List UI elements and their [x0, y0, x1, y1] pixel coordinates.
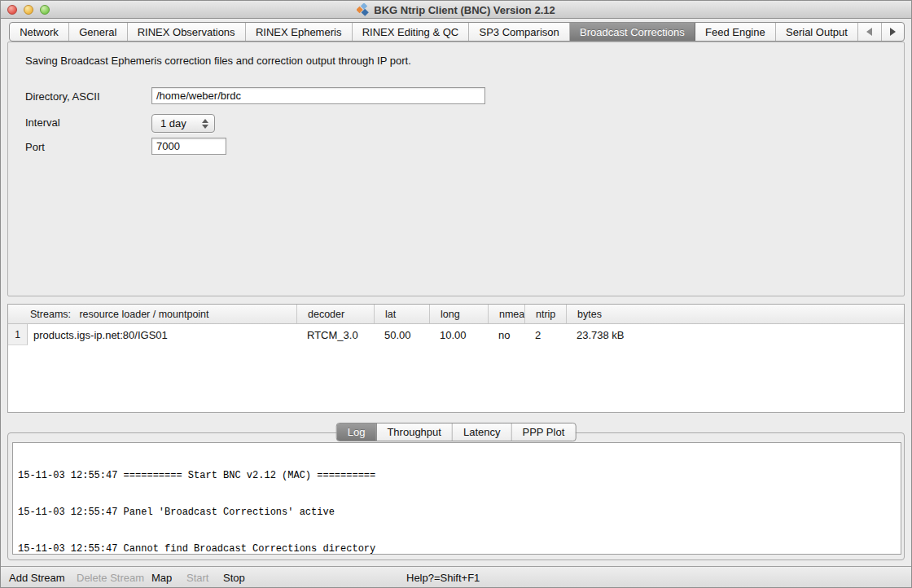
tab-rinex-observations[interactable]: RINEX Observations [128, 23, 246, 41]
broadcast-corrections-panel [7, 42, 905, 296]
stop-button[interactable]: Stop [223, 572, 245, 584]
tab-rinex-ephemeris[interactable]: RINEX Ephemeris [246, 23, 353, 41]
column-header-lat[interactable]: lat [374, 305, 429, 323]
cell-lat: 50.00 [374, 324, 429, 345]
column-header-mountpoint[interactable]: Streams: resource loader / mountpoint [8, 305, 296, 323]
directory-ascii-label: Directory, ASCII [25, 90, 100, 103]
log-line: 15-11-03 12:55:47 ========== Start BNC v… [18, 470, 896, 482]
column-header-ntrip[interactable]: ntrip [524, 305, 566, 323]
tab-scroll-left-button[interactable] [858, 23, 882, 41]
log-line: 15-11-03 12:55:47 Panel 'Broadcast Corre… [18, 507, 896, 519]
interval-selected-value: 1 day [152, 117, 200, 129]
app-window: BKG Ntrip Client (BNC) Version 2.12 Netw… [0, 0, 912, 588]
bnc-app-icon [357, 3, 370, 16]
main-tab-bar: Network General RINEX Observations RINEX… [9, 22, 905, 42]
port-input[interactable] [151, 138, 226, 155]
streams-table-header: Streams: resource loader / mountpoint de… [8, 305, 904, 324]
tab-throughput[interactable]: Throughput [376, 423, 453, 441]
title-bar[interactable]: BKG Ntrip Client (BNC) Version 2.12 [1, 1, 911, 19]
tab-scroll-right-button[interactable] [882, 23, 905, 41]
log-line: 15-11-03 12:55:47 Cannot find Broadcast … [18, 543, 896, 555]
tab-network[interactable]: Network [10, 23, 69, 41]
log-output[interactable]: 15-11-03 12:55:47 ========== Start BNC v… [12, 442, 901, 555]
table-row[interactable]: 1 products.igs-ip.net:80/IGS01 RTCM_3.0 … [8, 324, 904, 345]
interval-select[interactable]: 1 day [151, 114, 215, 133]
cell-long: 10.00 [429, 324, 488, 345]
cell-decoder: RTCM_3.0 [296, 324, 374, 345]
cell-ntrip: 2 [524, 324, 566, 345]
tab-feed-engine[interactable]: Feed Engine [695, 23, 776, 41]
row-number: 1 [8, 324, 28, 345]
tab-general[interactable]: General [69, 23, 128, 41]
column-header-nmea[interactable]: nmea [488, 305, 524, 323]
panel-description: Saving Broadcast Ephemeris correction fi… [25, 55, 411, 67]
tab-ppp-plot[interactable]: PPP Plot [511, 423, 575, 441]
bottom-button-bar: Add Stream Delete Stream Map Start Stop … [1, 566, 911, 588]
tab-broadcast-corrections[interactable]: Broadcast Corrections [570, 23, 695, 41]
cell-nmea: no [488, 324, 524, 345]
add-stream-button[interactable]: Add Stream [9, 572, 65, 584]
help-shortcut-label: Help?=Shift+F1 [406, 572, 480, 584]
map-button[interactable]: Map [151, 572, 172, 584]
right-arrow-icon [890, 28, 896, 36]
log-tab-bar: Log Throughput Latency PPP Plot [336, 423, 577, 441]
cell-mountpoint: products.igs-ip.net:80/IGS01 [28, 324, 296, 345]
port-label: Port [25, 141, 45, 153]
cell-bytes: 23.738 kB [566, 324, 904, 345]
directory-ascii-input[interactable] [151, 87, 485, 104]
left-arrow-icon [866, 28, 872, 36]
tab-sp3-comparison[interactable]: SP3 Comparison [469, 23, 570, 41]
column-header-bytes[interactable]: bytes [566, 305, 904, 323]
column-header-long[interactable]: long [429, 305, 488, 323]
streams-table: Streams: resource loader / mountpoint de… [7, 304, 905, 413]
delete-stream-button[interactable]: Delete Stream [77, 572, 144, 584]
start-button[interactable]: Start [186, 572, 208, 584]
interval-label: Interval [25, 116, 60, 129]
column-header-decoder[interactable]: decoder [296, 305, 374, 323]
tab-scroll-arrows [858, 23, 904, 41]
window-title: BKG Ntrip Client (BNC) Version 2.12 [374, 4, 555, 16]
tab-serial-output[interactable]: Serial Output [776, 23, 858, 41]
select-stepper-icon [200, 119, 214, 129]
tab-log[interactable]: Log [337, 423, 377, 441]
tab-latency[interactable]: Latency [453, 423, 512, 441]
tab-rinex-editing-qc[interactable]: RINEX Editing & QC [353, 23, 470, 41]
